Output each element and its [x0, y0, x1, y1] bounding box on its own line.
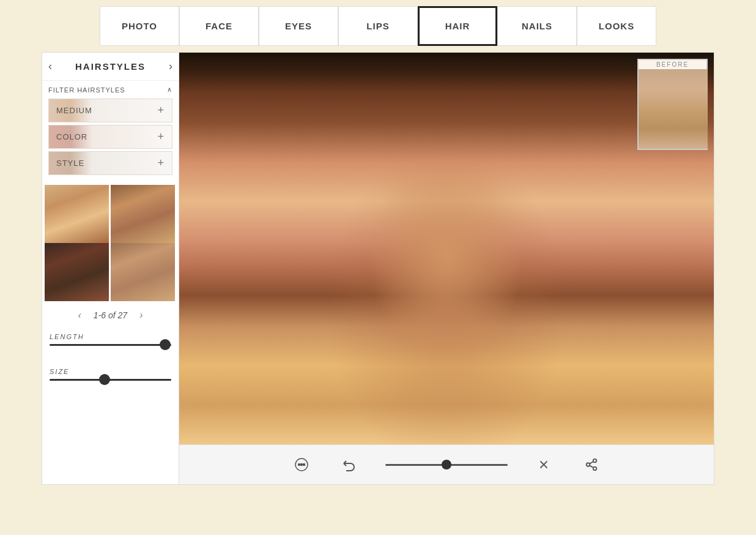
panel-header: ‹ HAIRSTYLES › — [42, 53, 179, 81]
filter-collapse-icon: ∧ — [167, 86, 172, 94]
filter-header-label: FILTER HAIRSTYLES — [48, 86, 125, 94]
hairstyle-item-3[interactable] — [45, 243, 109, 301]
length-slider-section: LENGTH — [42, 327, 179, 362]
svg-point-6 — [593, 459, 597, 463]
tab-looks[interactable]: LOOKS — [577, 6, 656, 46]
opacity-slider[interactable] — [385, 464, 508, 466]
svg-point-3 — [303, 464, 305, 466]
svg-point-2 — [301, 464, 303, 466]
left-panel: ‹ HAIRSTYLES › FILTER HAIRSTYLES ∧ MEDIU… — [42, 52, 179, 485]
dots-button[interactable] — [290, 453, 313, 476]
main-photo: BEFORE — [179, 53, 714, 444]
tab-lips[interactable]: LIPS — [338, 6, 418, 46]
hairstyle-item-4[interactable] — [111, 243, 175, 301]
undo-button[interactable] — [338, 453, 361, 476]
size-thumb[interactable] — [99, 374, 110, 385]
length-track — [50, 344, 171, 346]
filter-header[interactable]: FILTER HAIRSTYLES ∧ — [48, 86, 172, 94]
svg-line-10 — [590, 462, 593, 464]
filter-color[interactable]: COLOR + — [48, 125, 172, 149]
next-category-button[interactable]: › — [169, 60, 172, 73]
filter-style-label: STYLE — [56, 159, 84, 168]
svg-line-9 — [590, 465, 593, 468]
right-panel: BEFORE — [179, 52, 714, 485]
filter-color-label: COLOR — [56, 132, 87, 141]
before-thumbnail: BEFORE — [637, 59, 708, 150]
hairstyle-item-2[interactable] — [111, 185, 175, 243]
svg-point-1 — [298, 464, 300, 466]
top-navigation: PHOTO FACE EYES LIPS HAIR NAILS LOOKS — [0, 0, 756, 46]
next-page-button[interactable]: › — [139, 310, 143, 321]
filter-style-plus-icon: + — [157, 157, 165, 170]
before-label: BEFORE — [639, 60, 706, 69]
close-button[interactable] — [532, 453, 555, 476]
filter-style[interactable]: STYLE + — [48, 151, 172, 175]
svg-point-7 — [587, 463, 590, 466]
size-label: SIZE — [50, 368, 171, 375]
prev-category-button[interactable]: ‹ — [48, 60, 52, 73]
filter-medium[interactable]: MEDIUM + — [48, 99, 172, 122]
face-overlay — [179, 53, 714, 444]
before-face-image — [639, 69, 708, 149]
share-button[interactable] — [580, 453, 603, 476]
prev-page-button[interactable]: ‹ — [78, 310, 81, 321]
tab-nails[interactable]: NAILS — [497, 6, 577, 46]
hairstyle-item-1[interactable] — [45, 185, 109, 243]
preview-area: BEFORE — [179, 53, 714, 444]
opacity-thumb[interactable] — [442, 460, 451, 470]
tab-eyes[interactable]: EYES — [259, 6, 338, 46]
filter-medium-label: MEDIUM — [56, 106, 92, 115]
filter-color-plus-icon: + — [157, 130, 165, 143]
tab-hair[interactable]: HAIR — [418, 6, 497, 46]
filter-medium-plus-icon: + — [157, 104, 165, 117]
pagination-text: 1-6 of 27 — [94, 310, 127, 320]
filter-section: FILTER HAIRSTYLES ∧ MEDIUM + COLOR + STY… — [42, 81, 179, 182]
tab-face[interactable]: FACE — [179, 6, 259, 46]
length-label: LENGTH — [50, 333, 171, 340]
pagination: ‹ 1-6 of 27 › — [42, 304, 179, 327]
size-track — [50, 379, 171, 381]
tab-photo[interactable]: PHOTO — [100, 6, 179, 46]
size-slider-section: SIZE — [42, 362, 179, 397]
bottom-toolbar — [179, 444, 714, 484]
panel-title: HAIRSTYLES — [75, 61, 146, 72]
main-area: В f О @ g+ ✏ in ‹ HAIRSTYLES › FILTER HA… — [42, 52, 714, 485]
svg-point-8 — [593, 467, 597, 471]
opacity-track — [385, 464, 508, 466]
length-thumb[interactable] — [160, 339, 171, 350]
hairstyle-grid — [42, 182, 179, 304]
